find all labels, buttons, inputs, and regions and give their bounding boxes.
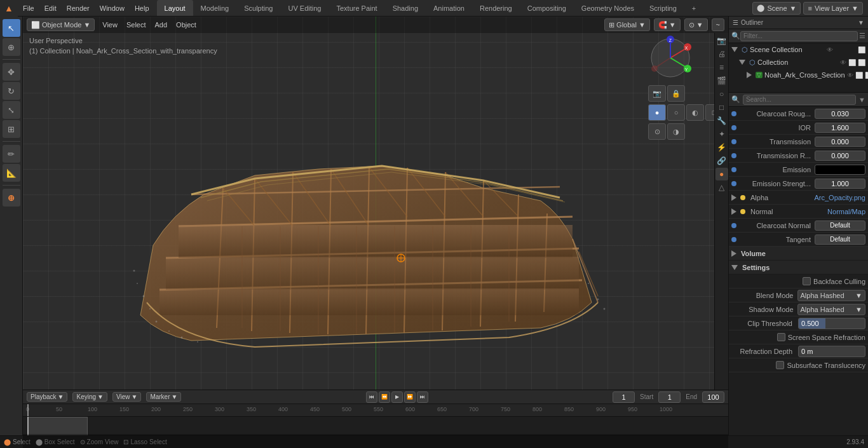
3d-viewport[interactable]: ⬜ Object Mode ▼ View Select Add Object ⊞… bbox=[23, 17, 728, 448]
scene-properties-icon[interactable]: 🎬 bbox=[715, 74, 728, 87]
collection-filter-icon[interactable]: ⬜ bbox=[848, 59, 856, 66]
tab-texture-paint[interactable]: Texture Paint bbox=[329, 0, 384, 16]
clearcoat-roughness-dot[interactable] bbox=[731, 111, 736, 116]
outliner-noah-ark[interactable]: ▽ Noah_Ark_Cross_Section 👁 ⬜ ⬜ bbox=[744, 69, 868, 81]
next-keyframe-button[interactable]: ⏩ bbox=[404, 391, 416, 403]
physics-properties-icon[interactable]: ⚡ bbox=[715, 141, 728, 154]
proportional-dropdown[interactable]: ⊙▼ bbox=[684, 18, 708, 31]
screen-space-refraction-checkbox[interactable] bbox=[777, 333, 785, 341]
scene-collection-render[interactable]: ⬜ bbox=[858, 46, 865, 53]
tab-animation[interactable]: Animation bbox=[426, 0, 472, 16]
add-object-button[interactable]: ⊕ bbox=[3, 189, 20, 207]
filter-icon[interactable]: ☰ bbox=[859, 32, 865, 40]
jump-start-button[interactable]: ⏮ bbox=[366, 391, 377, 403]
transmission-roughness-dot[interactable] bbox=[731, 153, 736, 158]
select-tool-button[interactable]: ↖ bbox=[3, 19, 20, 37]
object-properties-icon[interactable]: □ bbox=[715, 101, 728, 114]
transmission-roughness-value[interactable]: 0.000 bbox=[815, 151, 865, 161]
current-frame-field[interactable]: 1 bbox=[613, 391, 635, 403]
output-properties-icon[interactable]: 🖨 bbox=[715, 48, 728, 60]
tab-geometry-nodes[interactable]: Geometry Nodes bbox=[574, 0, 642, 16]
playback-dropdown[interactable]: Playback▼ bbox=[27, 392, 67, 402]
scene-collection-visibility[interactable]: 👁 bbox=[827, 46, 833, 53]
marker-dropdown[interactable]: Marker▼ bbox=[146, 392, 181, 402]
jump-end-button[interactable]: ⏭ bbox=[417, 391, 428, 403]
extra-dropdown[interactable]: ~ bbox=[712, 18, 724, 31]
timeline-scrubber[interactable]: 0 50 100 150 200 250 300 350 400 450 500… bbox=[23, 404, 728, 436]
transmission-value[interactable]: 0.000 bbox=[815, 137, 865, 147]
render-properties-icon[interactable]: 📷 bbox=[715, 34, 728, 47]
noah-ark-expand-icon[interactable] bbox=[747, 72, 752, 78]
volume-expand-icon[interactable] bbox=[731, 250, 736, 257]
noah-ark-filter-icon[interactable]: ⬜ bbox=[855, 72, 863, 79]
material-preview-button[interactable]: ○ bbox=[667, 104, 685, 121]
material-properties-icon[interactable]: ● bbox=[715, 168, 728, 180]
add-menu[interactable]: Add bbox=[151, 20, 172, 30]
view-layer-properties-icon[interactable]: ≡ bbox=[715, 61, 728, 74]
tab-modeling[interactable]: Modeling bbox=[193, 0, 237, 16]
keying-dropdown[interactable]: Keying▼ bbox=[72, 392, 107, 402]
ior-value[interactable]: 1.600 bbox=[815, 123, 865, 133]
properties-scroll-area[interactable]: Clearcoat Roug... 0.030 IOR 1.600 Transm… bbox=[729, 107, 868, 448]
clearcoat-normal-value[interactable]: Default bbox=[815, 221, 865, 231]
normal-link-value[interactable]: Normal/Map bbox=[827, 208, 865, 215]
camera-view-button[interactable]: 📷 bbox=[648, 85, 666, 102]
normal-dot[interactable] bbox=[740, 209, 745, 214]
rotate-tool-button[interactable]: ↻ bbox=[3, 82, 20, 100]
end-frame-field[interactable]: 100 bbox=[702, 391, 724, 403]
menu-render[interactable]: Render bbox=[62, 0, 95, 16]
view-layer-dropdown[interactable]: ≡View Layer▼ bbox=[803, 2, 863, 15]
data-properties-icon[interactable]: △ bbox=[715, 181, 728, 194]
settings-expand-icon[interactable] bbox=[731, 265, 738, 270]
outliner-filter-icon[interactable]: ▼ bbox=[858, 19, 864, 26]
outliner-search-input[interactable] bbox=[740, 31, 858, 41]
world-properties-icon[interactable]: ○ bbox=[715, 88, 728, 100]
alpha-dot[interactable] bbox=[740, 195, 745, 200]
refraction-depth-field[interactable]: 0 m bbox=[798, 346, 865, 357]
move-tool-button[interactable]: ✥ bbox=[3, 63, 20, 81]
tab-scripting[interactable]: Scripting bbox=[642, 0, 684, 16]
tab-layout[interactable]: Layout bbox=[157, 0, 193, 16]
tab-uv-editing[interactable]: UV Editing bbox=[280, 0, 329, 16]
tangent-value[interactable]: Default bbox=[815, 234, 865, 245]
start-frame-field[interactable]: 1 bbox=[658, 391, 681, 403]
menu-help[interactable]: Help bbox=[130, 0, 154, 16]
subsurface-translucency-checkbox[interactable] bbox=[776, 361, 784, 369]
modifier-properties-icon[interactable]: 🔧 bbox=[715, 114, 728, 127]
view-menu[interactable]: View bbox=[98, 20, 121, 30]
collection-visibility[interactable]: 👁 bbox=[840, 59, 846, 66]
constraints-properties-icon[interactable]: 🔗 bbox=[715, 154, 728, 167]
volume-section-header[interactable]: Volume bbox=[729, 247, 868, 261]
object-menu[interactable]: Object bbox=[172, 20, 200, 30]
transform-dropdown[interactable]: ⊞ Global ▼ bbox=[604, 18, 650, 31]
snap-dropdown[interactable]: 🧲▼ bbox=[654, 18, 681, 31]
tab-sculpting[interactable]: Sculpting bbox=[236, 0, 280, 16]
select-menu[interactable]: Select bbox=[123, 20, 150, 30]
xray-button[interactable]: ◑ bbox=[667, 123, 685, 140]
menu-window[interactable]: Window bbox=[95, 0, 130, 16]
transmission-dot[interactable] bbox=[731, 139, 736, 144]
cursor-tool-button[interactable]: ⊕ bbox=[3, 38, 20, 56]
prop-filter-dropdown[interactable]: ▼ bbox=[858, 96, 865, 104]
scene-dropdown[interactable]: ⬤Scene▼ bbox=[752, 2, 801, 15]
particles-properties-icon[interactable]: ✦ bbox=[715, 128, 728, 140]
lock-to-camera-button[interactable]: 🔒 bbox=[667, 85, 685, 102]
prev-keyframe-button[interactable]: ⏪ bbox=[379, 391, 390, 403]
backface-culling-checkbox[interactable] bbox=[803, 277, 811, 285]
menu-file[interactable]: File bbox=[18, 0, 39, 16]
emission-dot[interactable] bbox=[731, 167, 736, 172]
annotate-tool-button[interactable]: ✏ bbox=[3, 145, 20, 163]
view-dropdown[interactable]: View▼ bbox=[112, 392, 141, 402]
clip-threshold-field[interactable]: 0.500 bbox=[798, 318, 865, 329]
scene-collection-expand-icon[interactable] bbox=[731, 47, 738, 52]
collection-expand-icon[interactable] bbox=[739, 60, 745, 65]
shadow-mode-dropdown[interactable]: Alpha Hashed ▼ bbox=[797, 304, 866, 315]
clearcoat-roughness-value[interactable]: 0.030 bbox=[815, 109, 865, 119]
tab-shading[interactable]: Shading bbox=[385, 0, 426, 16]
collection-render-icon[interactable]: ⬜ bbox=[858, 59, 865, 66]
solid-shading-button[interactable]: ◐ bbox=[686, 104, 704, 121]
settings-section-header[interactable]: Settings bbox=[729, 261, 868, 275]
transform-tool-button[interactable]: ⊞ bbox=[3, 120, 20, 138]
outliner-scene-collection[interactable]: ⬡ Scene Collection 👁 ⬜ bbox=[729, 43, 868, 56]
alpha-expand-icon[interactable] bbox=[731, 194, 736, 201]
